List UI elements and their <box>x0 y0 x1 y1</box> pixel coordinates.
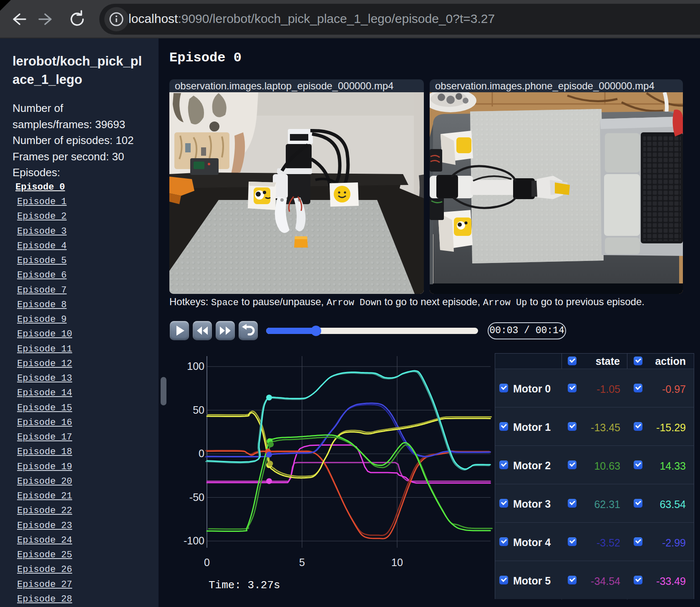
svg-text:50: 50 <box>193 404 204 416</box>
svg-text:-100: -100 <box>184 535 204 546</box>
svg-text:0: 0 <box>204 556 210 568</box>
svg-text:0: 0 <box>199 448 204 459</box>
svg-text:5: 5 <box>299 556 305 568</box>
svg-text:100: 100 <box>187 360 204 372</box>
svg-text:-50: -50 <box>189 491 204 503</box>
svg-text:10: 10 <box>391 556 403 568</box>
